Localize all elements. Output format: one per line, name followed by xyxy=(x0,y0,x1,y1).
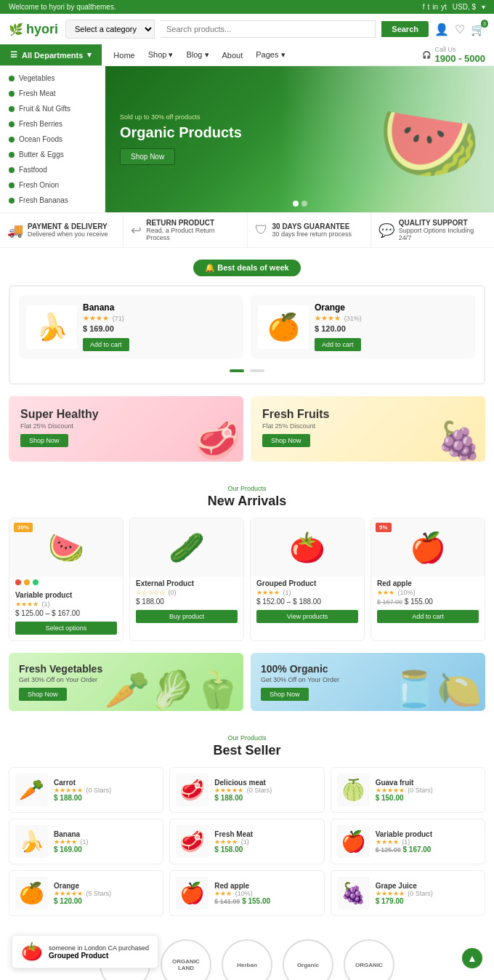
features-bar: 🚚 PAYMENT & DELIVERY Delivered when you … xyxy=(0,212,494,248)
truck-icon: 🚚 xyxy=(7,222,23,238)
bs-name-meat: Delicious meat xyxy=(214,779,272,787)
phone-icon: 🎧 xyxy=(422,51,431,59)
product-btn-external[interactable]: Buy product xyxy=(136,610,238,623)
cart-icon[interactable]: 🛒3 xyxy=(471,23,485,36)
phone-number[interactable]: 1900 - 5000 xyxy=(435,53,485,64)
sidebar-item-fastfood[interactable]: Fastfood xyxy=(0,162,105,177)
bs-card-orange: 🍊 Orange ★★★★★ (5 Stars) $ 120.00 xyxy=(9,870,163,916)
deal-orange-info: Orange ★★★★ (31%) $ 120.00 Add to cart xyxy=(315,302,468,351)
bs-img-grape-juice: 🍇 xyxy=(337,877,370,909)
category-select[interactable]: Select a category xyxy=(65,20,155,39)
color-dot-orange[interactable] xyxy=(24,579,30,585)
feature-payment-title: PAYMENT & DELIVERY xyxy=(28,222,108,230)
sidebar-item-onion[interactable]: Fresh Onion xyxy=(0,177,105,193)
deals-dot-active[interactable] xyxy=(230,369,244,372)
color-dot-red[interactable] xyxy=(15,579,21,585)
facebook-icon[interactable]: f xyxy=(423,3,425,11)
bs-name-variable: Variable product xyxy=(376,830,432,838)
top-bar: Welcome to hyori by qualthemes. f t in y… xyxy=(0,0,494,14)
product-name-red-apple: Red apple xyxy=(377,579,479,587)
mid-promo-veg-btn[interactable]: Shop Now xyxy=(19,688,67,701)
sidebar-label-onion: Fresh Onion xyxy=(19,181,59,189)
search-input[interactable] xyxy=(161,20,376,38)
sidebar-item-ocean[interactable]: Ocean Foods xyxy=(0,132,105,147)
mid-promo-org-btn[interactable]: Shop Now xyxy=(261,688,309,701)
search-button[interactable]: Search xyxy=(381,21,429,37)
instagram-icon[interactable]: in xyxy=(432,3,438,11)
nav-link-shop[interactable]: Shop ▾ xyxy=(142,44,179,65)
toast-product-name: Grouped Product xyxy=(49,952,149,960)
sidebar-label-vegetables: Vegetables xyxy=(19,74,55,82)
product-image-grouped: 🍅 xyxy=(251,518,364,577)
logo[interactable]: 🌿 hyori xyxy=(9,22,60,37)
bs-stars-guava: ★★★★★ (0 Stars) xyxy=(376,787,433,794)
bs-stars-orange: ★★★★★ (5 Stars) xyxy=(54,890,111,897)
support-icon: 💬 xyxy=(378,222,394,238)
header: 🌿 hyori Select a category Search 👤 ♡ 🛒3 xyxy=(0,14,494,44)
product-btn-variable[interactable]: Select options xyxy=(15,622,117,635)
all-departments-button[interactable]: ☰ All Departments ▾ xyxy=(0,44,102,65)
sidebar-item-bananas[interactable]: Fresh Bananas xyxy=(0,193,105,208)
youtube-icon[interactable]: yt xyxy=(441,3,447,11)
sidebar-item-fruit-nut[interactable]: Fruit & Nut Gifts xyxy=(0,101,105,116)
promo-healthy-btn[interactable]: Shop Now xyxy=(20,434,68,447)
hero-dot-1[interactable] xyxy=(293,201,299,206)
nav-link-home[interactable]: Home xyxy=(108,45,140,65)
bs-img-banana: 🍌 xyxy=(15,825,48,858)
color-dot-green[interactable] xyxy=(33,579,39,585)
nav-link-blog[interactable]: Blog ▾ xyxy=(180,44,214,65)
hero-shop-now-button[interactable]: Shop Now xyxy=(120,148,175,165)
bs-name-carrot: Carrot xyxy=(54,779,111,787)
bs-name-grape-juice: Grape Juice xyxy=(376,882,433,890)
hero-dot-2[interactable] xyxy=(301,201,307,206)
product-card-variable: 30% 🍉 Variable product ★★★★ (1) $ 125.00… xyxy=(9,518,124,641)
currency-selector[interactable]: USD, $ xyxy=(453,3,476,11)
feature-guarantee-desc: 30 days free return process xyxy=(272,230,352,238)
product-btn-red-apple[interactable]: Add to cart xyxy=(377,610,479,623)
wishlist-icon[interactable]: ♡ xyxy=(455,23,465,36)
hero-content: Sold up to 30% off products Organic Prod… xyxy=(105,99,256,180)
brand-logo-5: ORGANIC xyxy=(344,939,394,980)
scroll-to-top-button[interactable]: ▲ xyxy=(462,948,482,968)
shield-icon: 🛡 xyxy=(255,222,268,238)
bs-price-grape-juice: $ 179.00 xyxy=(376,897,433,905)
sidebar-item-berries[interactable]: Fresh Berries xyxy=(0,116,105,132)
bs-price-orange: $ 120.00 xyxy=(54,897,111,905)
new-arrivals-subtitle: Our Products xyxy=(9,485,485,492)
twitter-icon[interactable]: t xyxy=(427,3,429,11)
return-icon: ↩ xyxy=(131,222,142,238)
sidebar-item-vegetables[interactable]: Vegetables xyxy=(0,71,105,86)
sidebar-dot xyxy=(9,198,15,204)
sidebar-dot xyxy=(9,137,15,142)
mid-promo-vegetables: Fresh Vegetables Get 30% Off on Your Ord… xyxy=(9,653,243,711)
product-stars-external: ☆☆☆☆☆ (0) xyxy=(136,589,238,596)
bs-stars-grape-juice: ★★★★★ (0 Stars) xyxy=(376,890,433,897)
currency-chevron[interactable]: ▾ xyxy=(482,3,485,11)
sidebar-item-butter[interactable]: Butter & Eggs xyxy=(0,147,105,162)
hero-subtitle: Sold up to 30% off products xyxy=(120,113,242,121)
deal-banana-add-to-cart[interactable]: Add to cart xyxy=(83,338,129,351)
deal-banana-price: $ 169.00 xyxy=(83,324,236,333)
promo-healthy-image: 🥩 xyxy=(195,419,240,462)
deals-dots xyxy=(19,364,475,374)
promo-fruits-btn[interactable]: Shop Now xyxy=(262,434,310,447)
deal-banana-info: Banana ★★★★ (71) $ 169.00 Add to cart xyxy=(83,302,236,351)
promo-fruits-image: 🍇 xyxy=(437,419,482,462)
deal-orange-stars: ★★★★ (31%) xyxy=(315,314,468,322)
deals-dot-inactive[interactable] xyxy=(250,369,264,372)
brand-logo-3: Herban xyxy=(222,939,272,980)
new-arrivals-title: New Arrivals xyxy=(9,494,485,509)
sidebar-dot xyxy=(9,152,15,158)
bs-price-variable: $ 125.00 $ 167.00 xyxy=(376,846,432,854)
all-departments-label: All Departments xyxy=(22,51,83,60)
user-icon[interactable]: 👤 xyxy=(434,23,449,36)
product-btn-grouped[interactable]: View products xyxy=(256,610,358,623)
nav-link-pages[interactable]: Pages ▾ xyxy=(250,44,291,65)
product-stars-grouped: ★★★★ (1) xyxy=(256,589,358,596)
watermelon-emoji: 🍉 xyxy=(370,81,490,197)
sidebar-item-fresh-meat[interactable]: Fresh Meat xyxy=(0,86,105,101)
nav-link-about[interactable]: About xyxy=(216,45,249,65)
mid-promo-organic: 100% Organic Get 30% Off on Your Order S… xyxy=(251,653,485,711)
deal-orange-add-to-cart[interactable]: Add to cart xyxy=(315,338,361,351)
hero-banner: Sold up to 30% off products Organic Prod… xyxy=(105,66,494,212)
